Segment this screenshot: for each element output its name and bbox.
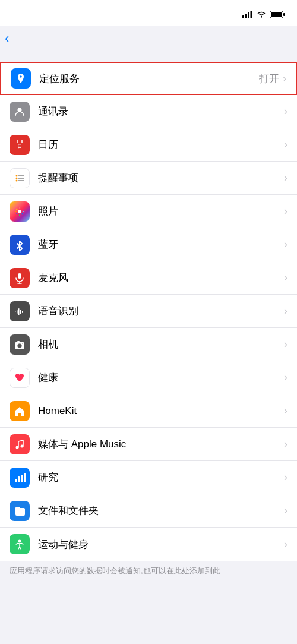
svg-rect-36 — [22, 311, 23, 313]
back-button[interactable]: ‹ — [5, 33, 10, 45]
settings-section: 定位服务 打开 › 通讯录 › 日 日历 › 提醒事项 › 照片 › 蓝牙 › … — [0, 62, 297, 561]
reminders-chevron-icon: › — [284, 172, 287, 184]
files-label: 文件和文件夹 — [38, 504, 284, 517]
location-value: 打开 — [259, 72, 279, 86]
reminders-label: 提醒事项 — [38, 171, 284, 185]
signal-icon — [242, 11, 253, 18]
svg-rect-7 — [283, 13, 285, 16]
svg-rect-45 — [18, 476, 20, 482]
svg-point-20 — [18, 210, 21, 213]
svg-rect-28 — [21, 213, 24, 215]
settings-row-calendar[interactable]: 日 日历 › — [0, 128, 297, 162]
bluetooth-icon — [10, 235, 30, 255]
svg-point-39 — [18, 343, 22, 348]
svg-rect-24 — [23, 211, 24, 212]
homekit-icon — [10, 401, 30, 421]
svg-rect-30 — [18, 273, 21, 279]
research-icon — [10, 468, 30, 488]
settings-row-health[interactable]: 健康 › — [0, 361, 297, 394]
svg-rect-22 — [19, 214, 20, 216]
microphone-icon — [10, 268, 30, 288]
svg-point-40 — [22, 343, 23, 344]
homekit-chevron-icon: › — [284, 405, 287, 417]
photos-label: 照片 — [38, 204, 284, 218]
svg-rect-47 — [24, 473, 26, 482]
settings-row-files[interactable]: 文件和文件夹 › — [0, 494, 297, 528]
svg-rect-26 — [21, 208, 24, 210]
svg-rect-3 — [251, 11, 252, 18]
battery-icon — [270, 11, 285, 18]
health-chevron-icon: › — [284, 371, 287, 384]
settings-row-reminders[interactable]: 提醒事项 › — [0, 162, 297, 195]
bluetooth-label: 蓝牙 — [38, 238, 284, 251]
settings-row-bluetooth[interactable]: 蓝牙 › — [0, 228, 297, 261]
fitness-chevron-icon: › — [284, 538, 287, 551]
svg-rect-27 — [16, 213, 18, 215]
svg-rect-41 — [17, 341, 20, 343]
settings-row-speech[interactable]: 语音识别 › — [0, 295, 297, 328]
settings-row-media[interactable]: 媒体与 Apple Music › — [0, 428, 297, 461]
health-label: 健康 — [38, 371, 284, 384]
svg-rect-0 — [242, 15, 244, 18]
location-icon — [11, 68, 31, 89]
calendar-chevron-icon: › — [284, 138, 287, 151]
svg-point-18 — [16, 179, 18, 181]
speech-label: 语音识别 — [38, 304, 284, 318]
svg-rect-6 — [271, 12, 282, 17]
speech-icon — [10, 301, 30, 321]
media-chevron-icon: › — [284, 438, 287, 450]
svg-rect-1 — [245, 14, 247, 18]
settings-row-location[interactable]: 定位服务 打开 › — [0, 62, 297, 95]
fitness-label: 运动与健身 — [38, 538, 284, 551]
media-label: 媒体与 Apple Music — [38, 437, 284, 451]
svg-rect-25 — [16, 208, 18, 210]
contacts-chevron-icon: › — [284, 105, 287, 118]
research-label: 研究 — [38, 471, 284, 484]
speech-chevron-icon: › — [284, 305, 287, 317]
settings-row-camera[interactable]: 相机 › — [0, 328, 297, 361]
calendar-icon: 日 — [10, 135, 30, 155]
files-chevron-icon: › — [284, 504, 287, 517]
settings-row-photos[interactable]: 照片 › — [0, 195, 297, 228]
camera-chevron-icon: › — [284, 338, 287, 351]
svg-rect-33 — [17, 310, 18, 314]
settings-row-microphone[interactable]: 麦克风 › — [0, 261, 297, 295]
research-chevron-icon: › — [284, 471, 287, 484]
svg-rect-46 — [21, 475, 23, 482]
svg-rect-44 — [15, 479, 17, 482]
homekit-label: HomeKit — [38, 405, 284, 417]
settings-row-fitness[interactable]: 运动与健身 › — [0, 528, 297, 561]
files-icon — [10, 501, 30, 521]
svg-rect-35 — [20, 310, 21, 314]
svg-point-14 — [16, 175, 18, 176]
svg-rect-2 — [248, 12, 249, 18]
svg-rect-21 — [19, 207, 20, 209]
svg-point-43 — [21, 444, 24, 447]
settings-row-research[interactable]: 研究 › — [0, 461, 297, 494]
settings-row-homekit[interactable]: HomeKit › — [0, 394, 297, 428]
status-icons — [242, 11, 285, 18]
back-chevron-icon: ‹ — [5, 32, 9, 45]
microphone-label: 麦克风 — [38, 271, 284, 285]
contacts-icon — [10, 102, 30, 122]
svg-point-48 — [18, 540, 21, 543]
bottom-note: 应用程序请求访问您的数据时会被通知,也可以在此处添加到此 — [0, 561, 297, 586]
status-bar — [0, 0, 297, 26]
svg-point-42 — [16, 446, 19, 449]
calendar-label: 日历 — [38, 138, 284, 151]
microphone-chevron-icon: › — [284, 272, 287, 284]
reminders-icon — [10, 168, 30, 188]
nav-bar: ‹ — [0, 26, 297, 52]
svg-point-16 — [16, 177, 18, 179]
location-label: 定位服务 — [39, 72, 259, 86]
location-chevron-icon: › — [283, 72, 286, 85]
camera-icon — [10, 334, 30, 355]
svg-rect-23 — [15, 211, 17, 212]
svg-text:日: 日 — [17, 144, 22, 149]
photos-chevron-icon: › — [284, 205, 287, 217]
svg-rect-34 — [18, 308, 20, 315]
settings-list: 定位服务 打开 › 通讯录 › 日 日历 › 提醒事项 › 照片 › 蓝牙 › … — [0, 62, 297, 561]
photos-icon — [10, 201, 30, 222]
bluetooth-chevron-icon: › — [284, 238, 287, 251]
settings-row-contacts[interactable]: 通讯录 › — [0, 95, 297, 128]
